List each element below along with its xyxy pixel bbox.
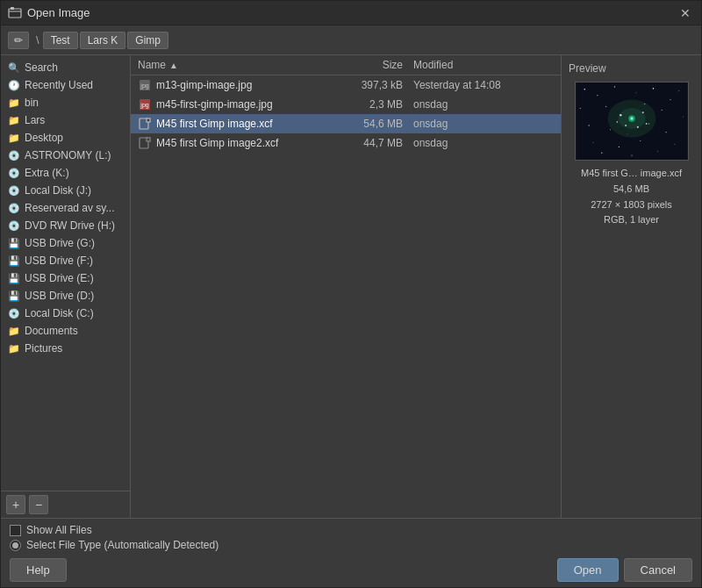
sidebar-item-label: USB Drive (F:) [25,255,93,267]
svg-point-11 [584,89,585,90]
file-modified: onsdag [413,137,554,149]
folder-icon: 📁 [8,342,20,355]
sidebar-item-usb-d[interactable]: 💾 USB Drive (D:) [1,287,130,305]
sidebar-item-label: Local Disk (J:) [25,184,91,197]
sort-asc-icon: ▲ [169,61,178,70]
sidebar-item-label: ASTRONOMY (L:) [25,149,111,161]
sidebar-item-label: Extra (K:) [25,167,69,179]
folder-icon: 📁 [8,325,20,337]
file-icon [138,117,152,131]
preview-filesize: 54,6 MB [591,182,672,197]
svg-point-23 [683,117,684,118]
sidebar-item-label: Local Disk (C:) [25,307,94,319]
select-file-type-radio[interactable] [10,540,21,551]
svg-point-45 [616,121,618,123]
close-button[interactable]: ✕ [677,4,694,22]
file-icon: jpg [138,97,152,111]
sidebar-item-recently-used[interactable]: 🕐 Recently Used [1,76,130,94]
dialog-title: Open Image [27,6,90,19]
folder-icon: 📁 [8,132,20,144]
sidebar-item-dvd[interactable]: 💿 DVD RW Drive (H:) [1,217,130,234]
file-name: M45 first Gimp image2.xcf [156,137,334,149]
preview-thumbnail [576,82,688,160]
sidebar-item-pictures[interactable]: 📁 Pictures [1,340,130,357]
sidebar-item-label: Documents [25,325,78,337]
sidebar-item-label: Search [25,61,58,74]
svg-point-19 [605,106,606,107]
sidebar-item-documents[interactable]: 📁 Documents [1,322,130,340]
show-all-files-checkbox[interactable] [10,525,21,536]
svg-point-40 [631,118,633,119]
sidebar-item-label: Recently Used [25,79,93,91]
svg-point-28 [665,132,666,133]
breadcrumb-gimp[interactable]: Gimp [127,32,168,49]
sidebar-item-astronomy[interactable]: 💿 ASTRONOMY (L:) [1,147,130,164]
bottom-buttons: Help Open Cancel [10,558,692,582]
sidebar-item-usb-f[interactable]: 💾 USB Drive (F:) [1,252,130,269]
cancel-button[interactable]: Cancel [624,558,692,582]
col-modified-label: Modified [413,59,453,71]
sidebar-item-label: Pictures [25,342,62,355]
svg-rect-1 [11,7,14,10]
file-size: 397,3 kB [334,79,413,91]
col-size-label: Size [383,59,403,71]
sidebar-item-local-j[interactable]: 💿 Local Disk (J:) [1,182,130,199]
svg-point-13 [613,86,614,87]
add-bookmark-button[interactable]: + [6,495,25,514]
preview-info: 54,6 MB 2727 × 1803 pixels RGB, 1 layer [591,182,672,228]
open-button[interactable]: Open [557,558,619,582]
svg-text:jpg: jpg [140,102,148,109]
open-image-icon [8,6,22,20]
sidebar-item-desktop[interactable]: 📁 Desktop [1,129,130,147]
column-modified-header[interactable]: Modified [413,59,554,71]
sidebar-item-local-c[interactable]: 💿 Local Disk (C:) [1,305,130,322]
remove-bookmark-button[interactable]: − [29,495,48,514]
table-row[interactable]: M45 first Gimp image.xcf 54,6 MB onsdag [131,114,561,133]
table-row[interactable]: jpg m13-gimp-image.jpg 397,3 kB Yesterda… [131,75,561,95]
drive-icon: 💿 [8,149,20,161]
breadcrumb-edit-button[interactable]: ✏ [8,32,29,49]
svg-point-24 [588,125,589,125]
sidebar-item-lars[interactable]: 📁 Lars [1,111,130,129]
svg-text:jpg: jpg [140,82,148,90]
sidebar-item-search[interactable]: 🔍 Search [1,59,130,76]
file-list: jpg m13-gimp-image.jpg 397,3 kB Yesterda… [131,75,561,518]
svg-point-25 [609,129,610,130]
breadcrumb-test[interactable]: Test [43,32,78,49]
help-button[interactable]: Help [10,558,67,582]
breadcrumb-larsk[interactable]: Lars K [80,32,126,49]
sidebar-item-extra[interactable]: 💿 Extra (K:) [1,164,130,182]
sidebar-item-usb-e[interactable]: 💾 USB Drive (E:) [1,269,130,287]
sidebar-item-usb-g[interactable]: 💾 USB Drive (G:) [1,234,130,252]
svg-point-29 [592,142,593,143]
show-all-files-option[interactable]: Show All Files [10,524,692,536]
preview-panel: Preview [561,55,701,518]
table-row[interactable]: jpg m45-first-gimp-image.jpg 2,3 MB onsd… [131,95,561,114]
file-list-header: Name ▲ Size Modified [131,55,561,75]
file-size: 2,3 MB [334,98,413,111]
sidebar-item-reserverad[interactable]: 💿 Reserverad av sy... [1,199,130,217]
titlebar: Open Image ✕ [1,1,701,25]
sidebar-item-bin[interactable]: 📁 bin [1,94,130,111]
select-file-type-label: Select File Type (Automatically Detected… [26,539,218,551]
col-name-label: Name [138,59,166,71]
dvd-icon: 💿 [8,219,20,232]
sidebar: 🔍 Search 🕐 Recently Used 📁 bin 📁 Lars 📁 [1,55,131,518]
breadcrumb-sep: \ [34,33,41,47]
column-name-header[interactable]: Name ▲ [138,59,334,71]
sidebar-item-label: bin [25,97,39,109]
sidebar-item-label: USB Drive (E:) [25,272,94,284]
column-size-header[interactable]: Size [334,59,413,71]
svg-point-43 [625,125,627,126]
svg-rect-9 [147,138,150,141]
preview-dimensions: 2727 × 1803 pixels [591,197,672,213]
preview-title: Preview [569,62,606,75]
file-name: m13-gimp-image.jpg [156,79,334,91]
table-row[interactable]: M45 first Gimp image2.xcf 44,7 MB onsdag [131,133,561,153]
drive-icon: 💿 [8,202,20,214]
sidebar-item-label: USB Drive (G:) [25,237,95,249]
select-file-type-option[interactable]: Select File Type (Automatically Detected… [10,539,692,551]
file-modified: onsdag [413,118,554,130]
svg-point-41 [620,114,621,116]
file-size: 44,7 MB [334,137,413,149]
